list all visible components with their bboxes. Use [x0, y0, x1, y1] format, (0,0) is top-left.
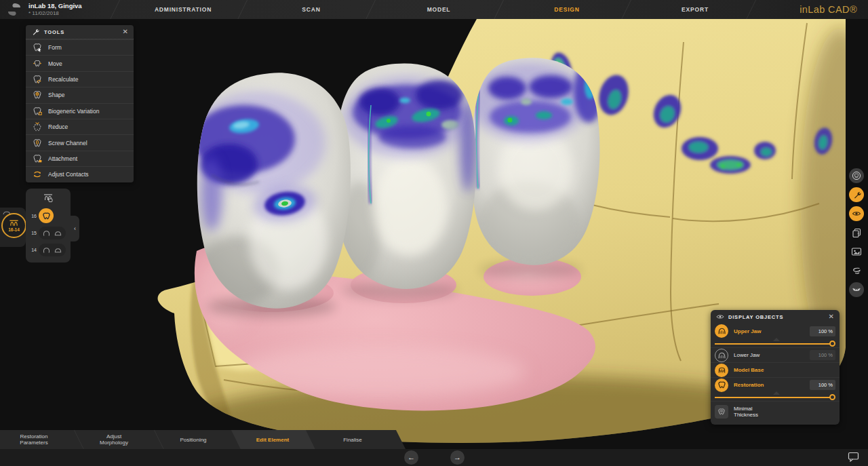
tool-attachment[interactable]: Attachment	[26, 151, 134, 166]
tab-model[interactable]: MODEL	[427, 0, 451, 19]
screenshot-button[interactable]	[849, 244, 864, 259]
tools-panel-header: TOOLS ✕	[26, 25, 134, 39]
display-objects-header: DISPLAY OBJECTS ✕	[711, 310, 840, 324]
step-restoration-parameters[interactable]: RestorationParameters	[20, 430, 47, 449]
tool-label: Adjust Contacts	[48, 171, 89, 178]
tool-label: Attachment	[48, 155, 77, 162]
lower-jaw-button[interactable]	[849, 282, 864, 297]
position-restoration-icon	[852, 171, 861, 180]
tool-biogeneric-variation[interactable]: Biogeneric Variation	[26, 103, 134, 119]
duplicate-button[interactable]	[849, 225, 864, 240]
upper-jaw-opacity-slider[interactable]	[715, 338, 835, 347]
display-objects-close-icon[interactable]: ✕	[829, 313, 834, 320]
pontic-option-icon[interactable]	[54, 246, 62, 254]
tools-close-icon[interactable]: ✕	[123, 28, 128, 35]
tool-label: Move	[48, 60, 62, 67]
tools-icon	[852, 191, 861, 199]
step-edit-element[interactable]: Edit Element	[256, 430, 289, 449]
top-bar: inLab 18, Gingiva * 11/02/2018 ADMINISTR…	[0, 0, 868, 19]
step-positioning[interactable]: Positioning	[180, 430, 206, 449]
tooth-row-14: 14	[26, 241, 71, 258]
tools-toggle-button[interactable]	[849, 187, 864, 202]
tool-label: Shape	[48, 92, 65, 98]
display-objects-panel: DISPLAY OBJECTS ✕ Upper Jaw 100 % Lower …	[711, 310, 840, 425]
step-adjust-morphology[interactable]: AdjustMorphology	[100, 430, 128, 449]
restoration-icon	[715, 378, 728, 392]
lower-jaw-icon	[852, 286, 861, 294]
tab-administration[interactable]: ADMINISTRATION	[155, 0, 212, 19]
tool-recalculate[interactable]: Recalculate	[26, 71, 134, 87]
tooth-row-16: 16	[26, 208, 71, 224]
row-lower-jaw[interactable]: Lower Jaw 100 %	[711, 347, 840, 362]
tooth-reduce-icon	[33, 122, 42, 132]
tooth-recalculate-icon	[33, 75, 42, 84]
display-objects-icon	[852, 209, 861, 218]
pontic-option-icon[interactable]	[54, 229, 62, 237]
row-restoration[interactable]: Restoration 100 %	[711, 377, 840, 392]
tooth-form-icon	[33, 43, 42, 52]
row-label: Restoration	[734, 382, 764, 388]
case-title: inLab 18, Gingiva	[28, 3, 82, 9]
screw-channel-icon	[33, 138, 42, 148]
selector-collapse-button[interactable]: ‹	[71, 216, 79, 241]
duplicate-icon	[852, 228, 862, 238]
wrench-icon	[31, 28, 39, 36]
lower-jaw-glyph	[717, 351, 726, 360]
tab-design[interactable]: DESIGN	[554, 0, 579, 19]
tool-label: Biogeneric Variation	[48, 108, 99, 115]
crown-option-icon[interactable]	[42, 246, 51, 254]
crown-option-icon[interactable]	[42, 229, 51, 237]
inlab-cad-window: inLab 18, Gingiva * 11/02/2018 ADMINISTR…	[0, 0, 868, 466]
row-label: Minimal Thickness	[734, 406, 758, 418]
case-title-block: inLab 18, Gingiva * 11/02/2018	[28, 3, 82, 17]
restoration-opacity-slider[interactable]	[715, 392, 835, 401]
chat-bubble-icon[interactable]	[848, 452, 859, 462]
minimal-thickness-glyph	[717, 408, 726, 416]
tool-label: Screw Channel	[48, 140, 87, 147]
display-objects-toggle-button[interactable]	[849, 206, 864, 221]
tooth-number: 14	[26, 248, 37, 252]
lower-jaw-opacity-value: 100 %	[810, 350, 835, 360]
tool-reduce[interactable]: Reduce	[26, 119, 134, 134]
model-base-icon	[715, 364, 728, 377]
sirona-logo	[6, 2, 22, 17]
tools-panel-title: TOOLS	[44, 29, 64, 35]
eye-icon	[716, 313, 724, 320]
slider-handle[interactable]	[829, 394, 835, 400]
model-base-glyph	[717, 366, 726, 374]
contact-view-button[interactable]	[849, 263, 864, 278]
tooth-selector-panel: 16 15 14	[26, 189, 71, 263]
tool-screw-channel[interactable]: Screw Channel	[26, 134, 134, 150]
crown-icon	[42, 212, 51, 220]
tool-shape[interactable]: Shape	[26, 87, 134, 102]
row-model-base[interactable]: Model Base	[711, 362, 840, 377]
tab-export[interactable]: EXPORT	[682, 0, 709, 19]
restoration-badge-16-14[interactable]: 16-14	[1, 213, 26, 238]
slider-handle[interactable]	[829, 341, 835, 347]
tooth-move-icon	[33, 59, 42, 69]
bridge-icon	[9, 220, 19, 227]
tab-scan[interactable]: SCAN	[302, 0, 320, 19]
tools-panel: TOOLS ✕ Form Move Recalculate Shape Biog…	[26, 25, 134, 182]
screenshot-icon	[851, 247, 862, 256]
lower-jaw-row-icon	[715, 349, 728, 362]
next-step-button[interactable]: →	[450, 450, 465, 465]
tool-label: Reduce	[48, 123, 68, 130]
tool-adjust-contacts[interactable]: Adjust Contacts	[26, 166, 134, 182]
display-objects-title: DISPLAY OBJECTS	[728, 314, 783, 320]
tooth-16-crown-button[interactable]	[39, 208, 54, 223]
restoration-crown-glyph	[717, 381, 726, 389]
row-label: Model Base	[734, 367, 764, 373]
position-restoration-button[interactable]	[849, 168, 864, 183]
row-upper-jaw[interactable]: Upper Jaw 100 %	[711, 324, 840, 338]
row-minimal-thickness[interactable]: Minimal Thickness	[711, 401, 840, 421]
step-finalise[interactable]: Finalise	[343, 430, 362, 449]
bottom-strip: ← →	[0, 449, 868, 466]
contact-view-icon	[851, 266, 862, 275]
adjust-contacts-icon	[33, 170, 42, 179]
tool-move[interactable]: Move	[26, 55, 134, 71]
tooth-biogeneric-icon	[33, 106, 42, 116]
tool-form[interactable]: Form	[26, 39, 134, 55]
bridge-group-icon	[43, 193, 54, 203]
previous-step-button[interactable]: ←	[404, 450, 418, 465]
